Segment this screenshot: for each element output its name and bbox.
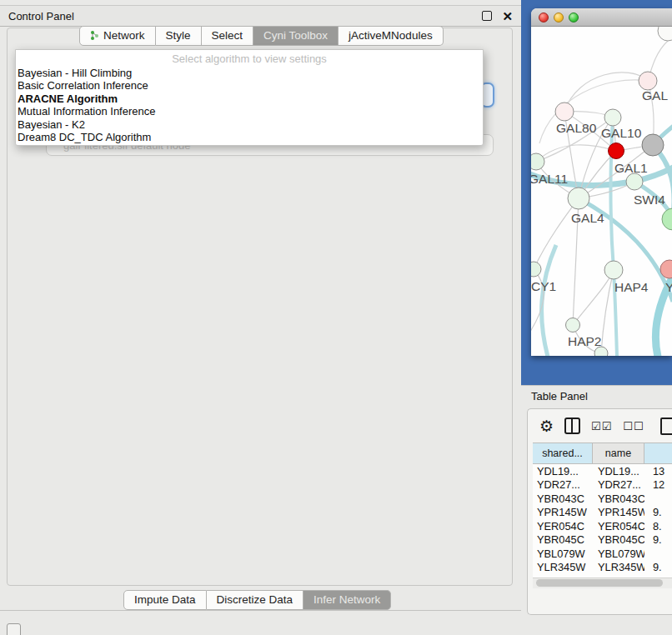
- network-icon: [90, 30, 99, 41]
- column-header-shared-name[interactable]: shared...: [533, 443, 593, 463]
- bottom-tabstrip: Impute Data Discretize Data Infer Networ…: [123, 590, 391, 610]
- table-row[interactable]: YER054CYER054C8.: [533, 519, 672, 533]
- table-cell: 9.: [644, 533, 672, 546]
- network-node-label: Y: [665, 280, 672, 294]
- network-node-label: GAL80: [556, 121, 597, 135]
- table-row[interactable]: YDL19...YDL19...13: [533, 464, 672, 478]
- select-all-checkboxes-icon[interactable]: ☑☑: [591, 420, 612, 432]
- network-node-label: GCY1: [531, 279, 556, 293]
- table-cell: YLR345W: [593, 561, 644, 573]
- table-row[interactable]: YPR145WYPR145W9.: [533, 506, 672, 520]
- collapsed-panel-icon[interactable]: [7, 623, 21, 635]
- table-cell: YER054C: [593, 520, 644, 532]
- tab-infer-network-label: Infer Network: [313, 593, 380, 606]
- table-horizontal-scrollbar[interactable]: [533, 578, 672, 588]
- table-cell: YER054C: [533, 520, 593, 532]
- tab-style-label: Style: [166, 29, 191, 42]
- column-header-partial[interactable]: [644, 443, 672, 463]
- network-node[interactable]: [658, 27, 672, 41]
- network-node[interactable]: [594, 347, 608, 356]
- network-node-hap2[interactable]: [566, 318, 580, 332]
- algorithm-dropdown-prompt: Select algorithm to view settings: [16, 50, 483, 67]
- table-row[interactable]: YBR045CYBR045C9.: [533, 533, 672, 548]
- tab-select-label: Select: [212, 29, 243, 42]
- minimize-traffic-light-icon[interactable]: [554, 12, 564, 22]
- network-canvas[interactable]: GALGAL80GAL10GAL1SWI4GAL11GAL4GCY1HAP4YH…: [531, 27, 672, 356]
- tab-discretize-data[interactable]: Discretize Data: [207, 590, 304, 610]
- close-traffic-light-icon[interactable]: [539, 12, 549, 22]
- network-node-label: SWI4: [634, 192, 665, 207]
- gear-icon[interactable]: ⚙: [539, 418, 554, 434]
- scrollbar-thumb[interactable]: [536, 579, 663, 587]
- algorithm-option[interactable]: Mutual Information Inference: [16, 105, 483, 118]
- network-node-gcy1[interactable]: [531, 262, 541, 277]
- tab-discretize-data-label: Discretize Data: [217, 593, 293, 606]
- network-window-titlebar: [531, 8, 672, 27]
- tab-infer-network[interactable]: Infer Network: [303, 590, 391, 610]
- column-header-name[interactable]: name: [593, 443, 644, 463]
- tab-network-label: Network: [103, 29, 145, 42]
- table-cell: YPR145W: [593, 506, 644, 518]
- network-node-label: HAP4: [614, 280, 649, 294]
- tab-style[interactable]: Style: [156, 26, 202, 46]
- network-node-label: GAL1: [614, 161, 648, 175]
- document-icon[interactable]: [660, 418, 672, 435]
- network-desktop: GALGAL80GAL10GAL1SWI4GAL11GAL4GCY1HAP4YH…: [521, 0, 672, 385]
- close-icon[interactable]: ✕: [502, 10, 513, 22]
- tab-cyni-toolbox[interactable]: Cyni Toolbox: [253, 26, 339, 46]
- tab-impute-data-label: Impute Data: [134, 593, 196, 606]
- table-cell: 9.: [644, 506, 672, 518]
- table-cell: 9.: [644, 561, 672, 573]
- table-cell: YDR27...: [533, 478, 593, 491]
- tab-jactivemnodules[interactable]: jActiveMNodules: [339, 26, 444, 46]
- algorithm-option[interactable]: Bayesian - K2: [16, 118, 483, 131]
- table-cell: 8: [644, 575, 672, 578]
- table-row[interactable]: YBR043CYBR043C: [533, 492, 672, 506]
- network-node-label: GAL4: [571, 211, 604, 225]
- network-node[interactable]: [662, 208, 672, 230]
- table-row[interactable]: YLR345WYLR345W9.: [533, 561, 672, 575]
- zoom-traffic-light-icon[interactable]: [569, 12, 579, 22]
- tab-select[interactable]: Select: [202, 26, 254, 46]
- tab-network[interactable]: Network: [79, 26, 156, 46]
- table-panel: ⚙ ☑☑ ☐☐ shared... name YDL19...YDL19...1…: [527, 408, 672, 615]
- network-node-label: GAL11: [531, 172, 568, 186]
- table-cell: YBR043C: [593, 492, 644, 505]
- network-node-gal1[interactable]: [642, 134, 664, 156]
- network-node-gal10[interactable]: [604, 109, 621, 126]
- table-row[interactable]: YIL053CYIL053C8: [533, 574, 672, 578]
- table-cell: 12: [644, 478, 672, 491]
- algorithm-option[interactable]: ARACNE Algorithm: [16, 92, 483, 105]
- network-node-swi4[interactable]: [626, 173, 643, 190]
- table-cell: YBL079W: [593, 548, 644, 560]
- table-header: shared... name: [533, 442, 672, 464]
- table-cell: YLR345W: [533, 561, 593, 573]
- table-panel-title: Table Panel: [531, 390, 588, 402]
- algorithm-option[interactable]: Bayesian - Hill Climbing: [16, 67, 483, 79]
- undock-icon[interactable]: [482, 11, 492, 21]
- network-node-hap4[interactable]: [604, 261, 623, 279]
- control-panel-titlebar: Control Panel ✕: [0, 6, 521, 27]
- network-node[interactable]: [609, 143, 624, 159]
- table-cell: YIL053C: [593, 575, 644, 578]
- table-cell: 8.: [644, 520, 672, 532]
- algorithm-option[interactable]: Dream8 DC_TDC Algorithm: [16, 131, 483, 143]
- network-graph: GALGAL80GAL10GAL1SWI4GAL11GAL4GCY1HAP4YH…: [531, 27, 672, 356]
- table-row[interactable]: YDR27...YDR27...12: [533, 478, 672, 492]
- network-node-label: HAP2: [568, 334, 602, 348]
- network-node-label: GAL: [642, 88, 668, 102]
- table-cell: YBR043C: [533, 492, 593, 505]
- algorithm-option[interactable]: Basic Correlation Inference: [16, 79, 483, 92]
- network-view-window[interactable]: GALGAL80GAL10GAL1SWI4GAL11GAL4GCY1HAP4YH…: [531, 8, 672, 356]
- split-columns-icon[interactable]: [564, 418, 580, 434]
- table-row[interactable]: YBL079WYBL079W: [533, 547, 672, 561]
- tab-impute-data[interactable]: Impute Data: [123, 590, 207, 610]
- network-node-gal[interactable]: [639, 72, 657, 90]
- tab-jactivemnodules-label: jActiveMNodules: [349, 29, 433, 42]
- algorithm-dropdown[interactable]: Select algorithm to view settings Bayesi…: [15, 49, 484, 146]
- network-node-gal4[interactable]: [568, 188, 589, 209]
- control-panel: Control Panel ✕ Network Style Select Cyn…: [0, 5, 521, 611]
- network-node-gal80[interactable]: [555, 102, 574, 121]
- deselect-all-checkboxes-icon[interactable]: ☐☐: [623, 420, 644, 432]
- network-node-gal11[interactable]: [531, 153, 544, 170]
